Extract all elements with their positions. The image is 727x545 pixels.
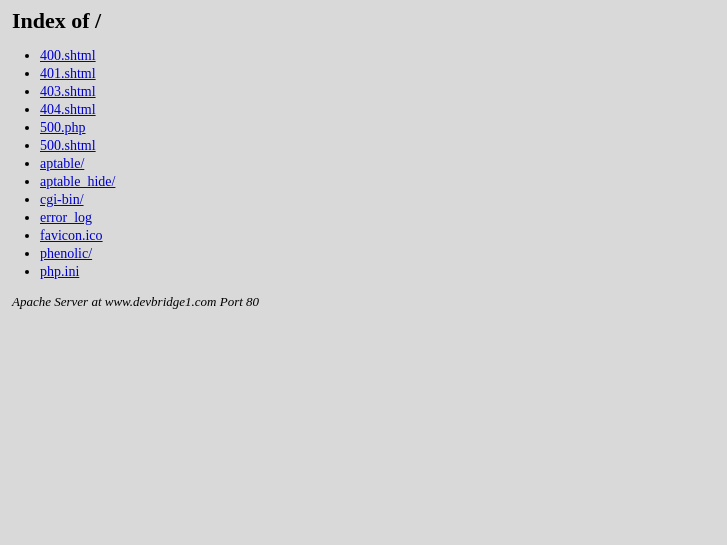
file-link[interactable]: aptable/ xyxy=(40,156,84,171)
list-item: aptable/ xyxy=(40,156,715,172)
list-item: 500.php xyxy=(40,120,715,136)
list-item: 401.shtml xyxy=(40,66,715,82)
file-link[interactable]: 500.shtml xyxy=(40,138,96,153)
server-info: Apache Server at www.devbridge1.com Port… xyxy=(12,294,715,310)
file-link[interactable]: 403.shtml xyxy=(40,84,96,99)
file-link[interactable]: 500.php xyxy=(40,120,86,135)
list-item: 400.shtml xyxy=(40,48,715,64)
list-item: 404.shtml xyxy=(40,102,715,118)
list-item: error_log xyxy=(40,210,715,226)
list-item: phenolic/ xyxy=(40,246,715,262)
list-item: cgi-bin/ xyxy=(40,192,715,208)
file-list: 400.shtml401.shtml403.shtml404.shtml500.… xyxy=(12,48,715,280)
list-item: 500.shtml xyxy=(40,138,715,154)
file-link[interactable]: favicon.ico xyxy=(40,228,103,243)
list-item: favicon.ico xyxy=(40,228,715,244)
file-link[interactable]: cgi-bin/ xyxy=(40,192,84,207)
file-link[interactable]: phenolic/ xyxy=(40,246,92,261)
list-item: 403.shtml xyxy=(40,84,715,100)
file-link[interactable]: 401.shtml xyxy=(40,66,96,81)
file-link[interactable]: 400.shtml xyxy=(40,48,96,63)
list-item: aptable_hide/ xyxy=(40,174,715,190)
file-link[interactable]: 404.shtml xyxy=(40,102,96,117)
list-item: php.ini xyxy=(40,264,715,280)
file-link[interactable]: aptable_hide/ xyxy=(40,174,115,189)
page-title: Index of / xyxy=(12,8,715,34)
file-link[interactable]: php.ini xyxy=(40,264,79,279)
file-link[interactable]: error_log xyxy=(40,210,92,225)
